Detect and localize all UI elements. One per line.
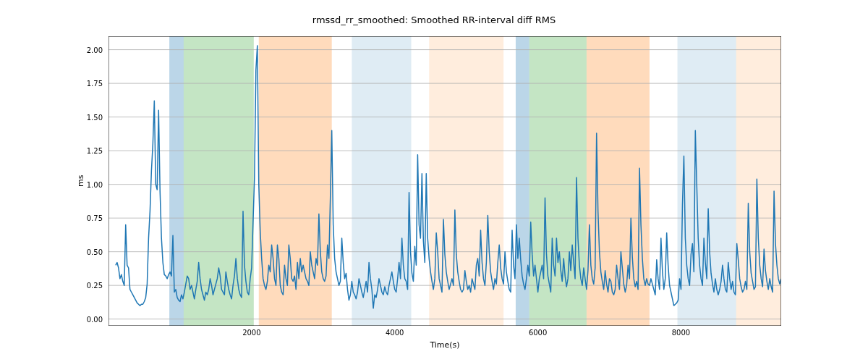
y-tick-label: 2.00	[74, 46, 103, 54]
plot-svg	[109, 36, 781, 326]
chart-title: rmssd_rr_smoothed: Smoothed RR-interval …	[0, 14, 868, 25]
plot-axes	[109, 36, 781, 326]
x-tick-label: 4000	[380, 329, 409, 337]
y-tick-label: 1.75	[74, 80, 103, 88]
background-band	[184, 36, 254, 326]
y-tick-label: 1.50	[74, 113, 103, 121]
x-tick-label: 2000	[237, 329, 266, 337]
y-tick-label: 0.50	[74, 248, 103, 256]
background-band	[529, 36, 587, 326]
background-band	[516, 36, 529, 326]
x-tick-label: 8000	[666, 329, 695, 337]
y-tick-label: 1.25	[74, 147, 103, 155]
y-tick-label: 0.00	[74, 315, 103, 323]
background-band	[736, 36, 781, 326]
x-tick-label: 6000	[524, 329, 553, 337]
x-axis-label: Time(s)	[109, 340, 781, 350]
y-tick-label: 0.25	[74, 282, 103, 290]
y-tick-label: 0.75	[74, 214, 103, 222]
background-band	[352, 36, 411, 326]
background-band	[169, 36, 184, 326]
chart-figure: rmssd_rr_smoothed: Smoothed RR-interval …	[0, 0, 868, 362]
y-tick-label: 1.00	[74, 180, 103, 188]
